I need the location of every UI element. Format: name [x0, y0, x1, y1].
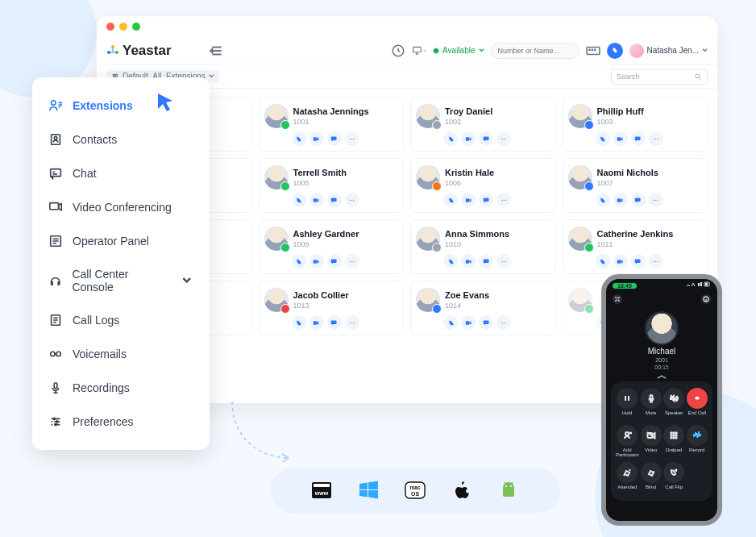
video-call-button[interactable]	[309, 254, 324, 268]
video-call-button[interactable]	[461, 193, 476, 207]
sidebar-toggle-icon[interactable]	[210, 44, 224, 58]
video-call-button[interactable]	[461, 131, 476, 146]
video-call-button[interactable]	[461, 254, 476, 268]
chat-button[interactable]	[327, 254, 342, 268]
clock-icon[interactable]	[391, 44, 405, 58]
extension-card[interactable]: Terrell Smith1005	[259, 158, 405, 213]
more-actions-button[interactable]	[345, 131, 359, 146]
sidebar-item-label: Recordings	[73, 381, 130, 394]
phone-collapse-icon[interactable]	[613, 294, 622, 304]
video-call-button[interactable]	[613, 254, 628, 268]
extension-card[interactable]: Natasha Jennings1001	[259, 97, 405, 152]
call-button[interactable]	[443, 254, 458, 268]
android-platform-icon[interactable]	[496, 478, 521, 502]
more-actions-button[interactable]	[649, 131, 663, 146]
extension-search-input[interactable]: Search	[611, 69, 708, 85]
web-platform-icon[interactable]: www	[309, 478, 334, 502]
presence-status[interactable]: Available	[433, 46, 484, 55]
sidebar-item-operator-panel[interactable]: Operator Panel	[32, 224, 210, 258]
windows-platform-icon[interactable]	[356, 478, 380, 502]
chat-button[interactable]	[631, 131, 646, 146]
monitor-icon[interactable]	[412, 44, 426, 58]
phone-record-button[interactable]: Record	[686, 425, 708, 457]
chat-button[interactable]	[479, 193, 493, 207]
phone-blind-button[interactable]: Blind	[640, 462, 662, 494]
call-button[interactable]	[292, 315, 306, 330]
chat-button[interactable]	[631, 193, 646, 207]
sheet-handle-icon[interactable]	[654, 375, 670, 378]
chat-button[interactable]	[479, 131, 493, 146]
sidebar-item-call-center-console[interactable]: Call Center Console	[32, 258, 210, 303]
dial-search-input[interactable]	[491, 43, 579, 59]
extension-card[interactable]: Troy Daniel1002	[410, 97, 556, 152]
call-button[interactable]	[443, 131, 458, 146]
chat-button[interactable]	[327, 315, 342, 330]
extension-card[interactable]: Phillip Huff1003	[563, 97, 708, 152]
more-actions-button[interactable]	[649, 193, 663, 207]
call-button[interactable]	[292, 131, 306, 146]
phone-action-label: End Call	[687, 410, 706, 420]
video-call-button[interactable]	[613, 131, 628, 146]
extension-card[interactable]: Zoe Evans1014	[410, 281, 556, 335]
sidebar-item-video-conferencing[interactable]: Video Conferencing	[32, 190, 210, 224]
phone-info-icon[interactable]	[701, 294, 711, 304]
phone-hold-button[interactable]: Hold	[616, 388, 638, 420]
svg-rect-5	[587, 47, 600, 54]
maximize-window-icon[interactable]	[132, 23, 140, 31]
video-call-button[interactable]	[613, 193, 628, 207]
phone-add-participant-button[interactable]: AddParticipant	[616, 425, 638, 457]
dial-button[interactable]	[607, 43, 623, 59]
phone-dialpad-button[interactable]: Dialpad	[663, 425, 685, 457]
call-button[interactable]	[596, 254, 610, 268]
macos-platform-icon[interactable]: macOS	[403, 478, 427, 502]
sidebar-item-extensions[interactable]: Extensions	[32, 89, 210, 123]
sidebar-item-contacts[interactable]: Contacts	[32, 123, 210, 156]
extension-card[interactable]: Jacob Collier1013	[259, 281, 405, 335]
chat-button[interactable]	[631, 254, 646, 268]
phone-end-call-button[interactable]: End Call	[686, 388, 708, 420]
extension-card[interactable]: Kristin Hale1006	[410, 158, 556, 213]
phone-mute-button[interactable]: Mute	[640, 388, 662, 420]
chat-button[interactable]	[327, 193, 342, 207]
sidebar-item-call-logs[interactable]: Call Logs	[32, 303, 210, 337]
extension-card[interactable]: Ashley Gardner1009	[259, 219, 405, 274]
extension-card[interactable]: Anna Simmons1010	[410, 219, 556, 274]
minimize-window-icon[interactable]	[119, 23, 127, 31]
extension-card[interactable]: Catherine Jenkins1011	[563, 219, 708, 274]
close-window-icon[interactable]	[106, 23, 114, 31]
call-button[interactable]	[596, 131, 610, 146]
more-actions-button[interactable]	[345, 254, 359, 268]
phone-video-button[interactable]: Video	[640, 425, 662, 457]
sidebar-item-recordings[interactable]: Recordings	[32, 371, 210, 405]
video-call-button[interactable]	[309, 131, 324, 146]
call-button[interactable]	[443, 193, 458, 207]
chat-button[interactable]	[479, 254, 493, 268]
video-call-button[interactable]	[309, 315, 324, 330]
more-actions-button[interactable]	[496, 315, 511, 330]
phone-speaker-button[interactable]: Speaker	[663, 388, 685, 420]
chat-button[interactable]	[327, 131, 342, 146]
call-button[interactable]	[292, 193, 306, 207]
extension-card[interactable]: Naomi Nichols1007	[563, 158, 708, 213]
current-user-chip[interactable]: Natasha Jen...	[629, 44, 708, 58]
more-actions-button[interactable]	[345, 315, 359, 330]
apple-platform-icon[interactable]	[450, 478, 474, 502]
sidebar-item-chat[interactable]: Chat	[32, 156, 210, 190]
more-actions-button[interactable]	[649, 254, 663, 268]
svg-point-122	[673, 432, 675, 434]
more-actions-button[interactable]	[496, 193, 511, 207]
call-button[interactable]	[596, 193, 610, 207]
sidebar-item-voicemails[interactable]: Voicemails	[32, 337, 210, 371]
more-actions-button[interactable]	[345, 193, 359, 207]
phone-call-flip-button[interactable]: Call Flip	[663, 462, 685, 494]
video-call-button[interactable]	[309, 193, 324, 207]
video-call-button[interactable]	[461, 315, 476, 330]
sidebar-item-preferences[interactable]: Preferences	[32, 405, 210, 439]
call-button[interactable]	[292, 254, 306, 268]
more-actions-button[interactable]	[496, 131, 511, 146]
call-button[interactable]	[443, 315, 458, 330]
phone-attended-button[interactable]: Attended	[616, 462, 638, 494]
more-actions-button[interactable]	[496, 254, 511, 268]
keyboard-icon[interactable]	[586, 44, 600, 58]
chat-button[interactable]	[479, 315, 493, 330]
